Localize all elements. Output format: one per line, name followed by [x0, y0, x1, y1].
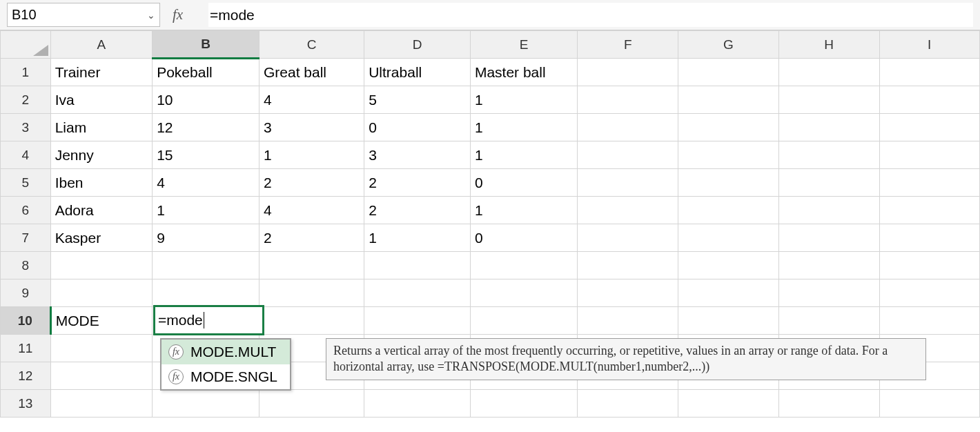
cell-C5[interactable]: 2 [259, 169, 364, 197]
cell-G4[interactable] [678, 141, 779, 169]
row-header-7[interactable]: 7 [1, 224, 51, 252]
cell-B2[interactable]: 10 [153, 86, 259, 114]
cell-H13[interactable] [778, 390, 879, 418]
cell-H8[interactable] [778, 252, 879, 279]
cell-G2[interactable] [678, 86, 779, 114]
cell-A9[interactable] [50, 279, 153, 307]
cell-F9[interactable] [578, 279, 678, 307]
cell-A1[interactable]: Trainer [50, 59, 153, 86]
cell-A7[interactable]: Kasper [50, 224, 153, 252]
cell-B13[interactable] [153, 390, 259, 418]
cell-G6[interactable] [678, 197, 779, 224]
cell-B3[interactable]: 12 [153, 114, 259, 141]
cell-C10[interactable] [259, 307, 364, 335]
cell-G7[interactable] [678, 224, 779, 252]
row-header-8[interactable]: 8 [1, 252, 51, 279]
cell-F2[interactable] [578, 86, 678, 114]
cell-A4[interactable]: Jenny [50, 141, 153, 169]
cell-A3[interactable]: Liam [50, 114, 153, 141]
cell-B9[interactable] [153, 279, 259, 307]
formula-input[interactable]: =mode [208, 3, 973, 27]
column-header-I[interactable]: I [879, 31, 980, 59]
cell-H1[interactable] [778, 59, 879, 86]
row-header-6[interactable]: 6 [1, 197, 51, 224]
cell-D8[interactable] [364, 252, 471, 279]
cell-A11[interactable] [50, 335, 153, 362]
cell-H9[interactable] [778, 279, 879, 307]
cell-H4[interactable] [778, 141, 879, 169]
row-header-5[interactable]: 5 [1, 169, 51, 197]
row-header-9[interactable]: 9 [1, 279, 51, 307]
row-header-13[interactable]: 13 [1, 390, 51, 418]
cell-D6[interactable]: 2 [364, 197, 471, 224]
cell-C1[interactable]: Great ball [259, 59, 364, 86]
cell-G13[interactable] [678, 390, 779, 418]
row-header-2[interactable]: 2 [1, 86, 51, 114]
cell-G1[interactable] [678, 59, 779, 86]
cell-B6[interactable]: 1 [153, 197, 259, 224]
cell-H7[interactable] [778, 224, 879, 252]
cell-D7[interactable]: 1 [364, 224, 471, 252]
cell-E9[interactable] [470, 279, 578, 307]
cell-C3[interactable]: 3 [259, 114, 364, 141]
fx-icon[interactable]: fx [173, 3, 196, 27]
row-header-11[interactable]: 11 [1, 335, 51, 362]
cell-F1[interactable] [578, 59, 678, 86]
cell-G5[interactable] [678, 169, 779, 197]
cell-I6[interactable] [879, 197, 980, 224]
name-box[interactable]: B10 ⌄ [7, 3, 160, 27]
cell-B8[interactable] [153, 252, 259, 279]
cell-E4[interactable]: 1 [470, 141, 578, 169]
cell-E3[interactable]: 1 [470, 114, 578, 141]
cell-I3[interactable] [879, 114, 980, 141]
cell-D13[interactable] [364, 390, 471, 418]
cell-F6[interactable] [578, 197, 678, 224]
cell-D5[interactable]: 2 [364, 169, 471, 197]
cell-F10[interactable] [578, 307, 678, 335]
cell-H6[interactable] [778, 197, 879, 224]
cell-I10[interactable] [879, 307, 980, 335]
cell-G3[interactable] [678, 114, 779, 141]
cell-I9[interactable] [879, 279, 980, 307]
cell-F8[interactable] [578, 252, 678, 279]
cell-D4[interactable]: 3 [364, 141, 471, 169]
cell-A10[interactable]: MODE [50, 307, 153, 335]
cell-A2[interactable]: Iva [50, 86, 153, 114]
row-header-3[interactable]: 3 [1, 114, 51, 141]
cell-E6[interactable]: 1 [470, 197, 578, 224]
cell-D1[interactable]: Ultraball [364, 59, 471, 86]
cell-C9[interactable] [259, 279, 364, 307]
column-header-G[interactable]: G [678, 31, 779, 59]
column-header-C[interactable]: C [259, 31, 364, 59]
cell-C2[interactable]: 4 [259, 86, 364, 114]
cell-I5[interactable] [879, 169, 980, 197]
cell-D3[interactable]: 0 [364, 114, 471, 141]
cell-C7[interactable]: 2 [259, 224, 364, 252]
cell-B7[interactable]: 9 [153, 224, 259, 252]
suggestion-item[interactable]: fxMODE.SNGL [161, 364, 290, 389]
cell-editor[interactable]: =mode [153, 305, 264, 335]
cell-I2[interactable] [879, 86, 980, 114]
cell-F4[interactable] [578, 141, 678, 169]
cell-E8[interactable] [470, 252, 578, 279]
cell-A13[interactable] [50, 390, 153, 418]
cell-A6[interactable]: Adora [50, 197, 153, 224]
cell-G8[interactable] [678, 252, 779, 279]
cell-I8[interactable] [879, 252, 980, 279]
cell-C8[interactable] [259, 252, 364, 279]
cell-I1[interactable] [879, 59, 980, 86]
suggestion-item[interactable]: fxMODE.MULT [161, 340, 290, 364]
cell-D10[interactable] [364, 307, 471, 335]
cell-A12[interactable] [50, 362, 153, 390]
cell-H3[interactable] [778, 114, 879, 141]
cell-H5[interactable] [778, 169, 879, 197]
cell-A8[interactable] [50, 252, 153, 279]
column-header-E[interactable]: E [470, 31, 578, 59]
cell-C13[interactable] [259, 390, 364, 418]
cell-F7[interactable] [578, 224, 678, 252]
chevron-down-icon[interactable]: ⌄ [147, 10, 155, 21]
cell-B4[interactable]: 15 [153, 141, 259, 169]
cell-F13[interactable] [578, 390, 678, 418]
cell-H10[interactable] [778, 307, 879, 335]
row-header-12[interactable]: 12 [1, 362, 51, 390]
